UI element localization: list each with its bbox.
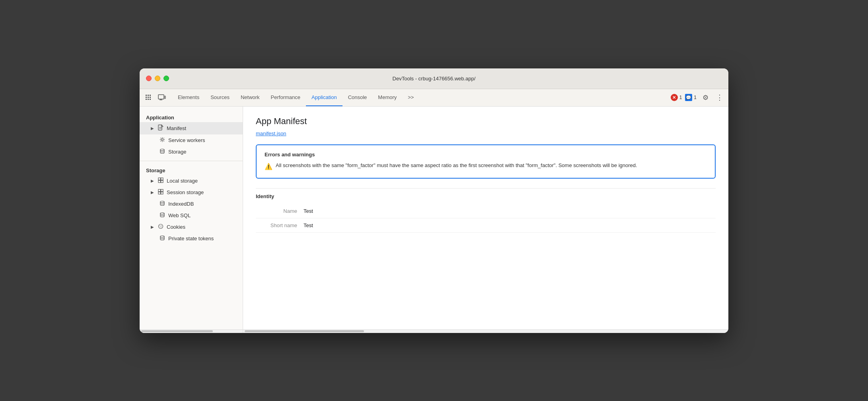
sidebar-scrollbar-thumb[interactable] <box>141 330 213 332</box>
sidebar-item-storage-app[interactable]: Storage <box>140 146 243 158</box>
cookies-icon <box>158 224 163 230</box>
info-badge[interactable]: 💬 1 <box>685 94 697 101</box>
svg-point-30 <box>161 225 162 226</box>
storage-db-icon <box>160 148 165 155</box>
svg-rect-25 <box>161 192 163 194</box>
svg-rect-4 <box>148 97 149 98</box>
content-scrollbar-thumb[interactable] <box>245 330 364 332</box>
sidebar-divider <box>140 161 243 161</box>
manifest-arrow-icon: ▶ <box>151 126 154 130</box>
svg-rect-10 <box>165 96 165 99</box>
error-row: ⚠️ All screenshots with the same "form_f… <box>265 162 707 171</box>
svg-point-26 <box>160 201 164 202</box>
session-storage-grid-icon <box>158 189 163 196</box>
sidebar-item-indexeddb[interactable]: IndexedDB <box>140 198 243 210</box>
cookies-arrow-icon: ▶ <box>151 225 154 229</box>
svg-rect-18 <box>158 178 161 180</box>
svg-rect-5 <box>150 97 151 98</box>
tab-more[interactable]: >> <box>402 89 419 106</box>
cursor-icon[interactable] <box>143 92 154 103</box>
content-scrollbar-container[interactable] <box>243 330 728 333</box>
error-message: All screenshots with the same "form_fact… <box>276 162 637 169</box>
sidebar-section-storage-title: Storage <box>140 164 243 175</box>
sidebar-item-local-storage-label: Local storage <box>167 178 198 184</box>
traffic-lights <box>146 76 169 81</box>
identity-name-value: Test <box>304 208 313 214</box>
toolbar-left-icons <box>143 92 167 103</box>
identity-name-label: Name <box>256 208 304 214</box>
manifest-file-icon <box>158 125 163 132</box>
errors-warnings-box: Errors and warnings ⚠️ All screenshots w… <box>256 144 716 179</box>
page-title: App Manifest <box>256 116 716 127</box>
sidebar-section-application-title: Application <box>140 111 243 122</box>
svg-point-17 <box>160 149 164 150</box>
tab-elements[interactable]: Elements <box>172 89 205 106</box>
sidebar-item-local-storage[interactable]: ▶ Local storage <box>140 175 243 187</box>
websql-icon <box>160 212 165 219</box>
tab-console[interactable]: Console <box>343 89 373 106</box>
svg-point-16 <box>162 138 163 140</box>
more-button[interactable]: ⋮ <box>714 92 725 103</box>
tab-application[interactable]: Application <box>306 89 343 106</box>
identity-title: Identity <box>256 188 716 204</box>
svg-rect-3 <box>146 97 147 98</box>
local-storage-arrow-icon: ▶ <box>151 179 154 183</box>
svg-point-33 <box>160 236 164 237</box>
manifest-json-link[interactable]: manifest.json <box>256 130 286 136</box>
svg-rect-21 <box>161 180 163 183</box>
sidebar-item-session-storage-label: Session storage <box>167 189 204 195</box>
toolbar: Elements Sources Network Performance App… <box>140 89 728 107</box>
toolbar-right: ✕ 1 💬 1 ⚙ ⋮ <box>671 92 725 103</box>
sidebar-item-service-workers[interactable]: Service workers <box>140 134 243 146</box>
svg-point-27 <box>160 212 164 214</box>
error-badge[interactable]: ✕ 1 <box>671 94 682 101</box>
svg-rect-9 <box>158 95 164 99</box>
session-storage-arrow-icon: ▶ <box>151 190 154 195</box>
close-button[interactable] <box>146 76 152 81</box>
identity-section: Identity Name Test Short name Test <box>256 188 716 233</box>
maximize-button[interactable] <box>163 76 169 81</box>
device-toggle-icon[interactable] <box>156 92 167 103</box>
error-icon: ✕ <box>671 94 678 101</box>
indexeddb-icon <box>160 200 165 207</box>
svg-point-31 <box>160 226 161 227</box>
sidebar-item-cookies[interactable]: ▶ Cookies <box>140 221 243 233</box>
svg-rect-6 <box>146 99 147 100</box>
sidebar-item-private-state-tokens-label: Private state tokens <box>168 236 214 241</box>
svg-rect-2 <box>150 95 151 96</box>
sidebar-item-manifest-label: Manifest <box>167 125 186 131</box>
devtools-window: DevTools - crbug-1476656.web.app/ <box>140 68 728 333</box>
warning-triangle-icon: ⚠️ <box>265 162 272 171</box>
tab-sources[interactable]: Sources <box>205 89 235 106</box>
tab-network[interactable]: Network <box>235 89 265 106</box>
svg-rect-1 <box>148 95 149 96</box>
svg-rect-23 <box>161 189 163 192</box>
tab-memory[interactable]: Memory <box>372 89 402 106</box>
main-layout: Application ▶ Manifest <box>140 107 728 329</box>
svg-rect-22 <box>158 189 161 192</box>
svg-rect-7 <box>148 99 149 100</box>
sidebar-item-websql-label: Web SQL <box>168 212 191 218</box>
sidebar-item-service-workers-label: Service workers <box>168 137 205 143</box>
sidebar-item-session-storage[interactable]: ▶ Session storage <box>140 187 243 198</box>
settings-button[interactable]: ⚙ <box>700 92 711 103</box>
sidebar-item-websql[interactable]: Web SQL <box>140 210 243 221</box>
info-icon: 💬 <box>685 94 692 101</box>
errors-box-title: Errors and warnings <box>265 152 707 158</box>
sidebar: Application ▶ Manifest <box>140 107 243 329</box>
identity-row-name: Name Test <box>256 204 716 218</box>
sidebar-item-storage-label: Storage <box>168 149 187 155</box>
svg-point-32 <box>161 226 162 227</box>
svg-rect-0 <box>146 95 147 96</box>
minimize-button[interactable] <box>155 76 160 81</box>
tab-performance[interactable]: Performance <box>265 89 306 106</box>
svg-rect-20 <box>158 180 161 183</box>
titlebar: DevTools - crbug-1476656.web.app/ <box>140 68 728 89</box>
content-area: App Manifest manifest.json Errors and wa… <box>243 107 728 242</box>
identity-short-name-value: Test <box>304 222 313 228</box>
sidebar-item-private-state-tokens[interactable]: Private state tokens <box>140 233 243 244</box>
sidebar-scrollbar-container[interactable] <box>140 330 243 333</box>
sidebar-item-cookies-label: Cookies <box>167 224 185 230</box>
sidebar-item-manifest[interactable]: ▶ Manifest <box>140 122 243 134</box>
local-storage-grid-icon <box>158 177 163 184</box>
